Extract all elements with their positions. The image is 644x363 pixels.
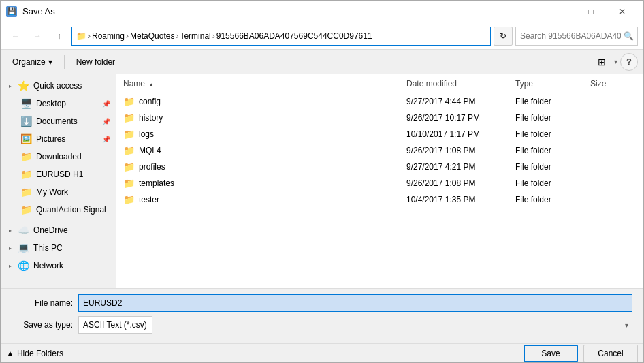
file-name-cell: 📁 profiles [119, 161, 402, 172]
sidebar-desktop-label: Desktop [36, 99, 97, 108]
sidebar-item-quantaction[interactable]: 📁 QuantAction Signal [1, 201, 116, 219]
folder-icon: 📁 [123, 161, 135, 172]
documents-icon: ⬇️ [20, 115, 32, 127]
sidebar-item-downloaded[interactable]: 📁 Downloaded [1, 148, 116, 165]
expand-icon: ▲ [6, 349, 14, 358]
file-type-cell: File folder [511, 162, 586, 172]
sidebar-pictures-label: Pictures [36, 134, 97, 144]
file-name-cell: 📁 MQL4 [119, 145, 402, 156]
close-button[interactable]: ✕ [607, 1, 638, 22]
file-type-cell: File folder [511, 178, 586, 188]
hide-folders-label: Hide Folders [17, 349, 63, 358]
pictures-icon: 🖼️ [20, 133, 32, 145]
file-date-cell: 9/26/2017 1:08 PM [402, 146, 511, 155]
search-input[interactable] [515, 27, 638, 46]
filetype-label: Save as type: [12, 320, 73, 330]
address-path[interactable]: 📁 › Roaming › MetaQuotes › Terminal › 91… [71, 27, 491, 46]
file-date-cell: 10/4/2017 1:35 PM [402, 195, 511, 204]
folder-icon: 📁 [123, 178, 135, 189]
desktop-icon: 🖥️ [20, 97, 32, 110]
table-row[interactable]: 📁 logs 10/10/2017 1:17 PM File folder [116, 126, 643, 142]
sidebar-thispc-label: This PC [33, 243, 110, 253]
col-header-type[interactable]: Type [511, 79, 586, 89]
network-icon: 🌐 [17, 259, 29, 272]
hide-folders-bar: ▲ Hide Folders Save Cancel [1, 343, 643, 362]
file-name-cell: 📁 config [119, 96, 402, 107]
filename-row: File name: [12, 294, 632, 312]
table-row[interactable]: 📁 tester 10/4/2017 1:35 PM File folder [116, 191, 643, 208]
file-rows-container: 📁 config 9/27/2017 4:44 PM File folder 📁… [116, 93, 643, 208]
dialog-title: Save As [22, 6, 55, 16]
col-header-name[interactable]: Name ▲ [119, 79, 402, 89]
forward-button[interactable]: → [28, 27, 47, 46]
folder-icon: 📁 [123, 96, 135, 107]
search-icon: 🔍 [624, 31, 634, 41]
file-type-cell: File folder [511, 129, 586, 139]
dialog-icon: 💾 [6, 6, 17, 17]
path-metaquotes: MetaQuotes [130, 31, 174, 41]
sidebar-item-network[interactable]: ▸ 🌐 Network [1, 257, 116, 274]
sidebar-item-mywork[interactable]: 📁 My Work [1, 183, 116, 201]
filename-input[interactable] [78, 294, 632, 312]
sidebar-quickaccess-label: Quick access [33, 81, 110, 91]
up-button[interactable]: ↑ [50, 27, 69, 46]
path-hash: 915566BA06ADA407569C544CC0D97611 [216, 31, 372, 41]
title-bar: 💾 Save As ─ □ ✕ [1, 1, 643, 22]
sidebar-item-onedrive[interactable]: ▸ ☁️ OneDrive [1, 221, 116, 239]
toolbar-right: ⊞ ▾ ? [592, 53, 638, 71]
view-button[interactable]: ⊞ [592, 53, 611, 71]
sidebar-item-pictures[interactable]: 🖼️ Pictures 📌 [1, 130, 116, 148]
sidebar-downloaded-label: Downloaded [36, 152, 110, 161]
table-row[interactable]: 📁 profiles 9/27/2017 4:21 PM File folder [116, 159, 643, 175]
table-row[interactable]: 📁 templates 9/26/2017 1:08 PM File folde… [116, 175, 643, 191]
table-row[interactable]: 📁 config 9/27/2017 4:44 PM File folder [116, 93, 643, 110]
path-roaming: Roaming [92, 31, 125, 41]
file-date-cell: 9/26/2017 1:08 PM [402, 178, 511, 188]
sidebar-item-thispc[interactable]: ▸ 💻 This PC [1, 239, 116, 257]
sidebar-item-quickaccess[interactable]: ▸ ⭐ Quick access [1, 77, 116, 95]
sidebar-item-documents[interactable]: ⬇️ Documents 📌 [1, 112, 116, 130]
file-name-cell: 📁 templates [119, 178, 402, 189]
col-header-size[interactable]: Size [586, 79, 641, 89]
hide-folders-button[interactable]: ▲ Hide Folders [6, 349, 63, 358]
sidebar-item-eurusd[interactable]: 📁 EURUSD H1 [1, 165, 116, 183]
pin-icon-2: 📌 [102, 118, 110, 125]
file-type-cell: File folder [511, 146, 586, 155]
pin-icon: 📌 [102, 100, 110, 108]
search-wrapper: 🔍 [515, 27, 638, 46]
filetype-select-wrapper: ASCII Text (*.csv) ▾ [78, 316, 632, 334]
minimize-button[interactable]: ─ [544, 1, 575, 22]
maximize-button[interactable]: □ [575, 1, 607, 22]
onedrive-icon: ☁️ [17, 224, 29, 236]
cancel-button[interactable]: Cancel [583, 345, 638, 362]
sidebar-mywork-label: My Work [36, 187, 110, 197]
toolbar-separator [64, 55, 65, 69]
mywork-icon: 📁 [20, 186, 32, 198]
quickaccess-icon: ⭐ [17, 80, 29, 92]
sidebar-documents-label: Documents [36, 116, 97, 126]
address-bar: ← → ↑ 📁 › Roaming › MetaQuotes › Termina… [1, 22, 643, 50]
help-button[interactable]: ? [620, 53, 638, 71]
sidebar-onedrive-label: OneDrive [33, 225, 110, 235]
sidebar: ▸ ⭐ Quick access 🖥️ Desktop 📌 ⬇️ Documen… [1, 74, 116, 288]
folder-icon: 📁 [123, 112, 135, 123]
filetype-row: Save as type: ASCII Text (*.csv) ▾ [12, 316, 632, 334]
back-button[interactable]: ← [6, 27, 25, 46]
table-row[interactable]: 📁 MQL4 9/26/2017 1:08 PM File folder [116, 142, 643, 159]
new-folder-button[interactable]: New folder [70, 53, 121, 71]
file-list: Name ▲ Date modified Type Size 📁 config … [116, 74, 643, 288]
refresh-button[interactable]: ↻ [494, 27, 513, 46]
save-button[interactable]: Save [524, 345, 578, 362]
filetype-select[interactable]: ASCII Text (*.csv) [78, 316, 152, 334]
col-header-date[interactable]: Date modified [402, 79, 511, 89]
sidebar-item-desktop[interactable]: 🖥️ Desktop 📌 [1, 95, 116, 112]
file-date-cell: 9/26/2017 10:17 PM [402, 113, 511, 123]
select-chevron-icon: ▾ [625, 321, 628, 329]
file-type-cell: File folder [511, 113, 586, 123]
organize-button[interactable]: Organize ▾ [6, 53, 59, 71]
toolbar: Organize ▾ New folder ⊞ ▾ ? [1, 50, 643, 74]
sidebar-quantaction-label: QuantAction Signal [36, 205, 110, 215]
table-row[interactable]: 📁 history 9/26/2017 10:17 PM File folder [116, 110, 643, 126]
file-date-cell: 10/10/2017 1:17 PM [402, 129, 511, 139]
file-type-cell: File folder [511, 97, 586, 106]
